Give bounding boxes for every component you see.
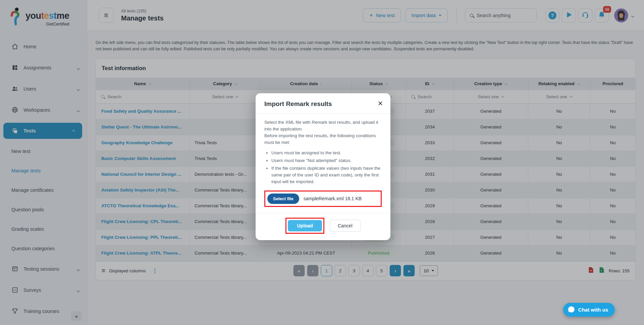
- cancel-button[interactable]: Cancel: [330, 220, 361, 232]
- upload-highlight: Upload: [285, 218, 324, 234]
- modal-conditions-intro: Before importing the test results, the f…: [264, 132, 382, 146]
- condition-item: Users must have "Not attempted" status.: [271, 157, 382, 164]
- condition-item: Users must be assigned to the test.: [271, 150, 382, 156]
- close-icon[interactable]: ✕: [378, 100, 383, 107]
- select-file-button[interactable]: Select file: [267, 194, 299, 204]
- selected-file-name: sampleRemark.xml 18.1 KB: [304, 195, 362, 202]
- modal-title: Import Remark results: [264, 100, 382, 108]
- upload-button[interactable]: Upload: [288, 220, 322, 231]
- modal-conditions-list: Users must be assigned to the test. User…: [264, 150, 382, 185]
- condition-item: If the file contains duplicate values (t…: [271, 165, 382, 185]
- chat-bubble-icon: [568, 306, 575, 314]
- import-remark-modal: Import Remark results ✕ Select the XML f…: [256, 93, 390, 240]
- file-select-highlight: Select file sampleRemark.xml 18.1 KB: [264, 191, 382, 207]
- chat-with-us-button[interactable]: Chat with us: [563, 303, 615, 317]
- modal-instruction: Select the XML file with Remark test res…: [264, 119, 382, 132]
